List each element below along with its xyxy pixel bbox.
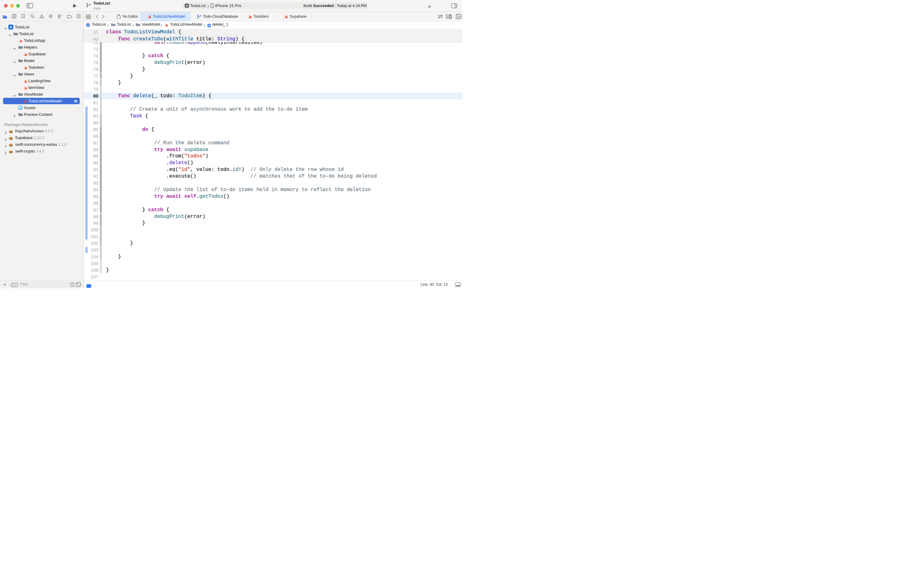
- svg-text:M: M: [208, 24, 210, 27]
- svg-text:A: A: [186, 4, 188, 7]
- svg-text:A: A: [87, 24, 89, 27]
- svg-text:A: A: [10, 25, 12, 29]
